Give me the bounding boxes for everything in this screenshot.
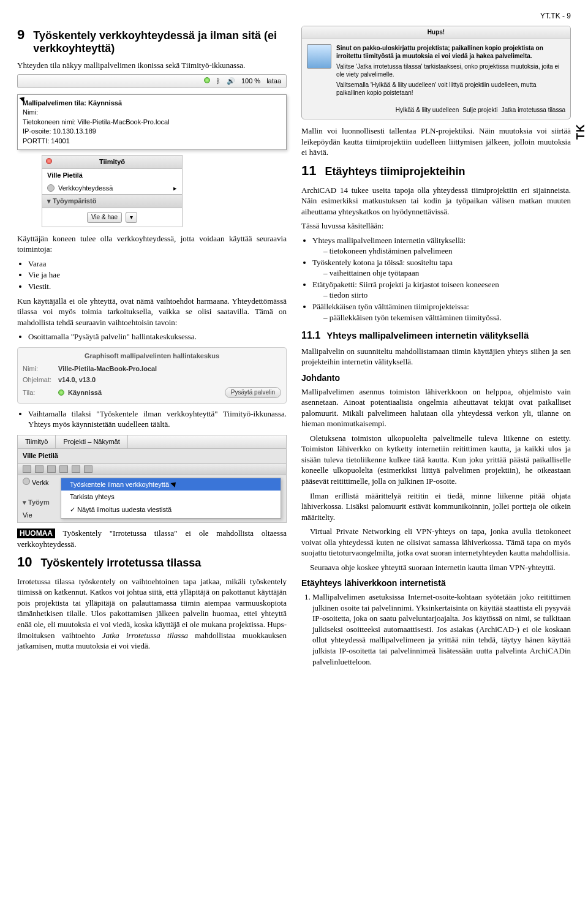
hups-line-2: Valitse 'Jatka irrotetussa tilassa' tark… [336,62,565,79]
admin-center-title: Graphisoft mallipalvelinten hallintakesk… [23,352,281,361]
list-item: Vaihtamalla tilaksi "Työskentele ilman v… [28,408,287,430]
sec11-p-b: Tässä luvussa käsitellään: [301,220,571,231]
export-fetch-row: Vie & hae ▾ [42,208,182,227]
toolbar-icon[interactable] [23,465,31,473]
close-icon[interactable] [46,158,52,164]
work-env-section[interactable]: ▾ Työympäristö [42,194,182,208]
teamwork-menu-figure: Tiimityö Projekti – Näkymät Ville Pietil… [17,435,287,523]
context-menu: Työskentele ilman verkkoyhteyttä Tarkist… [61,478,281,519]
admin-nimi-label: Nimi: [23,364,55,374]
hups-continue-button[interactable]: Jatka irrotetussa tilassa [502,106,566,115]
left-column: 9 Työskentely verkkoyhteydessä ja ilman … [17,26,287,671]
johdanto-p2: Oletuksena toimiston ulkopuolelta palvel… [301,433,571,487]
dropdown-chevron-icon[interactable]: ▾ [126,212,137,223]
admin-ohjelmat-label: Ohjelmat: [23,375,55,385]
list-item: Yhteys mallipalvelimeen internetin välit… [312,235,571,257]
etayhteys-heading: Etäyhteys lähiverkkoon internetistä [301,577,571,589]
section-11-heading: 11 Etäyhteys tiimiprojekteihin [301,162,571,180]
section-10-title: Työskentely irrotetussa tilassa [40,557,287,570]
admin-nimi-value: Ville-Pietila-MacBook-Pro.local [58,364,157,374]
toolbar-icon[interactable] [72,465,80,473]
teamwork-panel-title: Tiimityö [99,158,125,165]
toolbar-icon[interactable] [47,465,56,473]
menubar-figure: ᛒ 🔊 100 % lataa Mallipalvelimen tila: Kä… [17,74,287,150]
teamwork-user-name: Ville Pietilä [47,171,83,180]
main-columns: 9 Työskentely verkkoyhteydessä ja ilman … [17,26,571,671]
ol-item-1: Mallipalvelimen asetuksissa Internet-oso… [312,592,571,667]
battery-icon[interactable]: 100 % [241,77,260,86]
section-10-heading: 10 Työskentely irrotetussa tilassa [17,553,287,571]
menu-user-row: Ville Pietilä [18,449,286,463]
server-tooltip: Mallipalvelimen tila: Käynnissä Nimi: Ti… [17,94,287,150]
hups-line-1: Sinut on pakko-uloskirjattu projektista;… [336,44,565,61]
sec10-emphasis: Jatka irrotetussa tilassa [102,631,188,640]
status-dot-icon [58,389,64,396]
menu-item-show-notification[interactable]: Näytä ilmoitus uudesta viestistä [61,503,281,516]
list-item: Vie ja hae [28,269,287,280]
mac-menubar: ᛒ 🔊 100 % lataa [17,74,287,88]
sec9-p1: Yhteyden tila näkyy mallipalvelimen ikon… [17,60,287,71]
archicad-status-icon[interactable] [204,77,210,86]
menu-toolbar [18,463,286,475]
user-icon [23,478,30,485]
panel-tabs: Tiimityö Projekti – Näkymät [18,435,286,449]
hups-line-3: Valitsemalla 'Hylkää & liity uudelleen' … [336,81,565,97]
hups-alert-icon [307,44,331,69]
tooltip-line-1: Mallipalvelimen tila: Käynnissä [23,99,281,108]
cursor-icon [171,480,178,487]
section-9-number: 9 [17,26,24,44]
sec11-1-p: Mallipalvelin on suunniteltu mahdollista… [301,346,571,367]
list-item: Osoittamalla "Pysäytä palvelin" hallinta… [28,331,287,342]
section-11-title: Etäyhteys tiimiprojekteihin [325,165,571,178]
teamwork-status-row: Verkkoyhteydessä ▸ [42,182,182,195]
admin-tila-label: Tila: [23,388,55,397]
chevron-down-icon: ▾ [23,498,26,506]
toolbar-icon[interactable] [84,465,92,473]
right-intro-p: Mallin voi luonnollisesti tallentaa PLN-… [301,126,571,158]
huomaa-badge: HUOMAA [17,528,55,538]
bluetooth-icon[interactable]: ᛒ [216,77,221,86]
teamwork-user-row: Ville Pietilä [42,169,182,182]
volume-icon[interactable]: 🔊 [227,77,235,86]
right-column: Hups! Sinut on pakko-uloskirjattu projek… [301,26,571,671]
export-fetch-button[interactable]: Vie & hae [87,212,122,223]
list-sub-item: päällekkäisen työn tekemisen välttäminen… [323,312,571,323]
toolbar-icon[interactable] [35,465,43,473]
user-icon [47,184,55,192]
tooltip-line-3: Tietokoneen nimi: Ville-Pietila-MacBook-… [23,118,281,127]
huomaa-paragraph: HUOMAA Työskentely "Irrotetussa tilassa"… [17,528,287,549]
hups-discard-button[interactable]: Hylkää & liity uudelleen [396,106,459,115]
johdanto-heading: Johdanto [301,372,571,384]
left-p2: Käyttäjän koneen tulee olla verkkoyhteyd… [17,233,287,255]
tab-teamwork[interactable]: Tiimityö [18,435,56,448]
menu-item-check-connection[interactable]: Tarkista yhteys [61,491,281,503]
section-11-1-title: Yhteys mallipalvelimeen internetin välit… [326,330,571,340]
left-list1: Varaa Vie ja hae Viestit. [17,258,287,292]
stop-server-button[interactable]: Pysäytä palvelin [225,387,281,398]
johdanto-p5: Seuraava ohje koskee yhteyttä suoraan in… [301,562,571,573]
johdanto-p3: Ilman erillistä määrittelyä reititin ei … [301,491,571,523]
list-sub-item: tiedon siirto [323,290,571,301]
hups-close-button[interactable]: Sulje projekti [462,106,497,115]
hups-title: Hups! [302,26,570,39]
admin-ohjelmat-value: v14.0, v13.0 [58,375,96,385]
johdanto-p1: Mallipalvelimen asennus toimiston lähive… [301,386,571,429]
side-tab: TK [573,116,588,147]
toolbar-icon[interactable] [59,465,68,473]
tooltip-line-5: PORTTI: 14001 [23,137,281,146]
menu-vie-button[interactable]: Vie [23,511,32,519]
section-11-number: 11 [301,162,316,180]
chevron-right-icon[interactable]: ▸ [173,184,177,193]
admin-tila-value: Käynnissä [68,388,102,397]
left-list3: Vaihtamalla tilaksi "Työskentele ilman v… [17,408,287,430]
teamwork-panel-header: Tiimityö [42,156,182,169]
menu-tyoym-label: Työym [28,498,50,506]
teamwork-panel: Tiimityö Ville Pietilä Verkkoyhteydessä … [42,155,183,227]
section-9-title: Työskentely verkkoyhteydessä ja ilman si… [33,29,287,55]
list-item: Viestit. [28,281,287,292]
tab-project-views[interactable]: Projekti – Näkymät [56,435,127,448]
list-sub-item: tietokoneen yhdistäminen palvelimeen [323,246,571,257]
huomaa-text: Työskentely "Irrotetussa tilassa" ei ole… [17,528,287,549]
hups-text: Sinut on pakko-uloskirjattu projektista;… [336,44,565,97]
menu-item-work-offline[interactable]: Työskentele ilman verkkoyhteyttä [61,478,281,491]
